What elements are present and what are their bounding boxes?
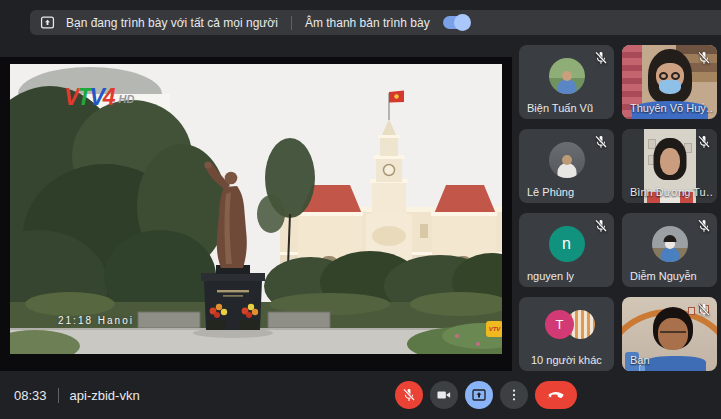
toggle-knob [454, 14, 471, 31]
end-call-icon [547, 386, 565, 404]
present-to-all-icon [471, 387, 487, 403]
participant-name: Diễm Nguyễn [630, 270, 697, 282]
presentation-audio-toggle[interactable] [443, 16, 469, 29]
participant-tile[interactable]: n nguyen ly [519, 213, 614, 287]
logo-letter: V [89, 86, 102, 109]
broadcast-timestamp: 21:18 Hanoi [58, 315, 134, 326]
camera-icon [436, 387, 452, 403]
avatar: T [545, 310, 574, 339]
participant-name: nguyen ly [527, 270, 574, 282]
end-call-button[interactable] [535, 381, 577, 409]
mic-off-icon [696, 302, 712, 318]
mic-off-icon [593, 50, 609, 66]
logo-letter: 4 [103, 86, 114, 109]
avatar-initial: n [549, 226, 585, 262]
avatar [652, 226, 688, 262]
presentation-tile[interactable]: V T V 4 HD 21:18 Hanoi VTV [0, 57, 512, 371]
avatar: n [549, 226, 585, 262]
mic-off-icon [696, 218, 712, 234]
participant-name: Bình Dương Tu… [630, 186, 714, 198]
call-controls [395, 381, 577, 409]
avatar [549, 142, 585, 178]
participant-name: Bạn [630, 354, 650, 366]
vtv-watermark: VTV [486, 321, 502, 337]
self-view-tile[interactable]: Bạn [622, 297, 717, 371]
presented-video: V T V 4 HD 21:18 Hanoi VTV [10, 64, 502, 354]
avatar-initial: T [556, 317, 564, 332]
participant-name: Lê Phùng [527, 186, 574, 198]
mic-off-icon [401, 387, 417, 403]
more-options-button[interactable] [500, 381, 528, 409]
more-vertical-icon [506, 387, 522, 403]
camera-button[interactable] [430, 381, 458, 409]
participant-name: 10 người khác [531, 354, 602, 366]
call-control-bar: 08:33 api-zbid-vkn [0, 371, 721, 419]
meeting-code: api-zbid-vkn [70, 388, 140, 403]
banner-divider [291, 16, 292, 30]
info-divider [58, 388, 59, 403]
meet-window: Bạn đang trình bày với tất cả mọi người … [0, 0, 721, 419]
overflow-participants-tile[interactable]: T 10 người khác [519, 297, 614, 371]
clock-time: 08:33 [14, 388, 47, 403]
present-button[interactable] [465, 381, 493, 409]
participant-tile[interactable]: Thuyên Võ Huỷ… [622, 45, 717, 119]
participant-name: Biện Tuấn Vũ [527, 102, 593, 114]
vtv4-logo: V T V 4 HD [64, 86, 134, 109]
participant-tile[interactable]: Lê Phùng [519, 129, 614, 203]
mic-off-icon [696, 134, 712, 150]
presenting-text: Bạn đang trình bày với tất cả mọi người [66, 16, 278, 30]
presentation-audio-label: Âm thanh bản trình bày [305, 16, 430, 30]
meeting-info: 08:33 api-zbid-vkn [14, 371, 140, 419]
present-to-all-icon [40, 15, 55, 30]
avatar [549, 58, 585, 94]
logo-letter: V [64, 86, 77, 109]
mic-off-icon [593, 218, 609, 234]
mic-button[interactable] [395, 381, 423, 409]
hd-badge: HD [119, 94, 135, 105]
mic-off-icon [593, 134, 609, 150]
participant-tile[interactable]: Bình Dương Tu… [622, 129, 717, 203]
mic-off-icon [696, 50, 712, 66]
participant-name: Thuyên Võ Huỷ… [630, 102, 714, 114]
logo-letter: T [77, 86, 89, 109]
participant-tile[interactable]: Diễm Nguyễn [622, 213, 717, 287]
participant-tile[interactable]: Biện Tuấn Vũ [519, 45, 614, 119]
presenting-banner: Bạn đang trình bày với tất cả mọi người … [30, 10, 721, 35]
